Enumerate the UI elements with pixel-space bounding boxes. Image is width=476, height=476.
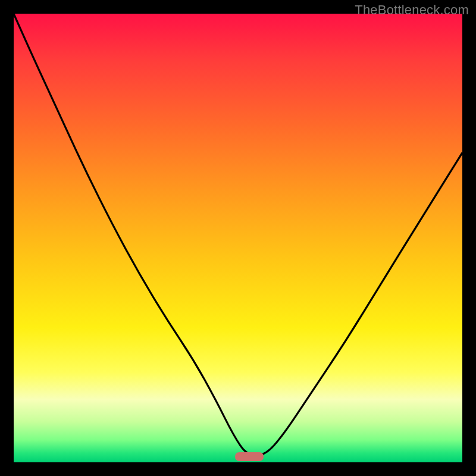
bottleneck-curve bbox=[14, 14, 462, 462]
chart-frame: TheBottleneck.com bbox=[0, 0, 476, 476]
curve-path bbox=[14, 14, 462, 456]
optimum-marker bbox=[235, 452, 264, 461]
watermark-text: TheBottleneck.com bbox=[355, 2, 469, 18]
